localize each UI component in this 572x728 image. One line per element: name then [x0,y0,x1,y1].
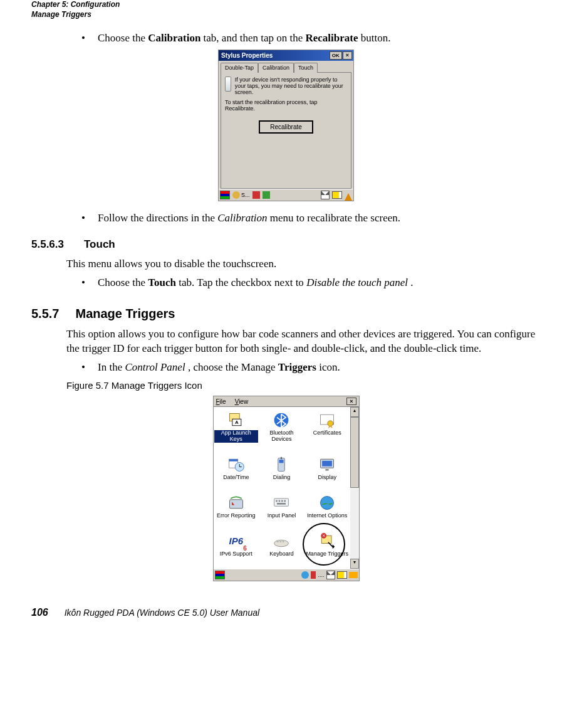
svg-rect-26 [283,541,284,542]
cp-label: Date/Time [214,475,259,481]
calibration-message-2: To start the recalibration process, tap … [225,99,347,112]
ipv6-icon: IP6 6 [227,532,246,551]
cp-ipv6-support[interactable]: IP6 6 IPv6 Support [214,530,259,569]
task-icon [232,191,240,199]
close-button[interactable]: × [343,51,352,60]
text: Choose the [98,32,148,44]
error-reporting-icon [227,493,246,512]
svg-rect-10 [279,460,284,463]
section-title: Manage Triggers [75,307,175,321]
footer-text: Ikôn Rugged PDA (Windows CE 5.0) User Ma… [65,608,259,618]
dialing-icon [272,455,291,474]
stylus-pencil-icon[interactable] [345,189,352,201]
tab-touch[interactable]: Touch [294,63,318,73]
svg-point-22 [321,496,334,509]
titlebar: Stylus Properties OK × [219,50,353,61]
internet-options-icon [318,493,336,512]
cp-bluetooth-devices[interactable]: Bluetooth Devices [259,409,304,454]
scroll-thumb[interactable] [350,417,359,488]
bullet-control-panel: • In the Control Panel , choose the Mana… [81,361,541,374]
recalibrate-button[interactable]: Recalibrate [259,120,313,134]
cp-label: Certificates [305,430,350,436]
menu-file-rest: ile [220,398,226,405]
heading-manage-triggers: 5.5.7 Manage Triggers [31,307,541,321]
control-panel-em: Control Panel [125,361,185,373]
menu-view[interactable]: View [235,398,249,405]
cp-label: Error Reporting [214,513,259,519]
dots-icon: .... [318,572,324,578]
cp-date-time[interactable]: Date/Time [214,454,259,492]
task-text: S... [241,192,250,198]
mail-icon[interactable] [321,191,330,199]
battery-icon[interactable] [332,191,342,199]
bullet-choose-touch: • Choose the Touch tab. Tap the checkbox… [81,277,541,289]
start-flag-icon[interactable] [220,191,230,199]
bluetooth-icon [272,411,291,430]
recalibrate-bold: Recalibrate [305,32,358,44]
scrollbar[interactable]: ▴ ▾ [350,407,359,569]
figure-caption: Figure 5.7 Manage Triggers Icon [66,380,541,391]
scroll-track[interactable] [350,417,359,559]
tab-calibration[interactable]: Calibration [258,63,294,73]
page-number: 106 [31,607,48,618]
battery-icon[interactable] [337,571,347,579]
cp-label: Keyboard [259,551,304,557]
menubar: File View × [214,396,359,407]
cp-internet-options[interactable]: Internet Options [304,492,350,530]
triggers-bold: Triggers [278,361,316,373]
cp-input-panel[interactable]: Input Panel [259,492,304,530]
svg-rect-25 [280,541,282,542]
menu-file[interactable]: File [216,398,226,405]
signal-icon[interactable] [311,571,316,579]
svg-rect-24 [277,541,279,542]
tab-double-tap[interactable]: Double-Tap [221,63,258,73]
cp-app-launch-keys[interactable]: A App Launch Keys [214,409,259,454]
bullet-follow-directions: • Follow the directions in the Calibrati… [81,212,541,224]
control-panel-window: File View × A App Launch Keys [213,396,360,581]
menu-view-rest: iew [239,398,248,405]
disable-touch-em: Disable the touch panel [306,277,408,288]
cp-label: Display [305,475,350,481]
calibration-em: Calibration [217,212,267,224]
globe-icon[interactable] [301,571,309,579]
flag-red-icon[interactable] [252,191,260,199]
stylus-properties-window: Stylus Properties OK × Double-Tap Calibr… [218,50,354,201]
flag-green-icon[interactable] [263,191,270,199]
text: menu to recalibrate the screen. [270,212,400,224]
svg-rect-14 [326,469,329,471]
bullet-choose-calibration: • Choose the Calibration tab, and then t… [81,32,541,45]
keyboard-icon [272,532,291,551]
tray-icon[interactable] [349,572,358,578]
cp-dialing[interactable]: Dialing [259,454,304,492]
bullet-dot-icon: • [81,361,98,374]
svg-rect-13 [322,461,332,467]
task-label[interactable]: S... [232,191,250,199]
heading-touch: 5.5.6.3 Touch [31,238,541,251]
cp-label: Bluetooth Devices [259,430,304,443]
cp-manage-triggers[interactable]: Manage Triggers [304,530,350,569]
bullet-dot-icon: • [81,277,98,289]
svg-rect-11 [281,457,283,460]
cp-display[interactable]: Display [304,454,350,492]
ok-button[interactable]: OK [330,51,342,60]
scroll-up-button[interactable]: ▴ [350,407,359,417]
svg-text:A: A [235,419,239,425]
cp-keyboard[interactable]: Keyboard [259,530,304,569]
start-flag-icon[interactable] [215,571,225,579]
close-button[interactable]: × [346,398,356,405]
cp-label: Dialing [259,475,304,481]
cp-certificates[interactable]: Certificates [304,409,350,454]
svg-rect-18 [279,500,281,502]
cp-label: IPv6 Support [214,551,259,557]
taskbar: .... [214,569,359,581]
display-icon [318,455,336,474]
text: button. [361,32,391,44]
certificates-icon [318,411,336,430]
cp-error-reporting[interactable]: Error Reporting [214,492,259,530]
section-title: Touch [84,238,115,251]
section-line: Manage Triggers [31,10,541,20]
scroll-down-button[interactable]: ▾ [350,559,359,569]
mail-icon[interactable] [326,571,335,579]
bullet-dot-icon: • [81,32,98,45]
svg-rect-21 [277,503,286,505]
